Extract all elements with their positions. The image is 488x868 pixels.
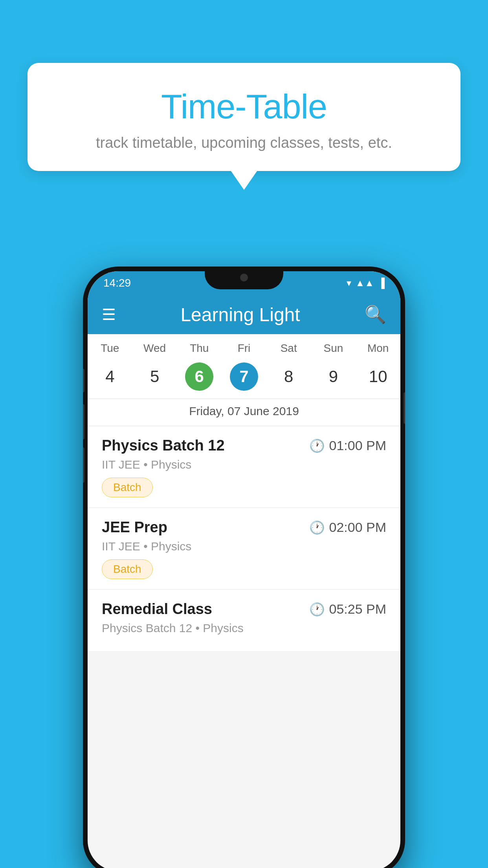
phone-notch <box>205 267 283 289</box>
search-icon[interactable]: 🔍 <box>365 304 386 325</box>
status-time: 14:29 <box>103 277 131 289</box>
class-meta: Physics Batch 12 • Physics <box>102 622 386 635</box>
day-label: Mon <box>356 342 400 355</box>
class-name: JEE Prep <box>102 519 167 536</box>
phone-screen: 14:29 ▾ ▲▲ ▐ ☰ Learning Light 🔍 TueWedTh… <box>88 271 400 868</box>
silent-button <box>83 447 84 483</box>
batch-tag: Batch <box>102 478 153 497</box>
volume-up-button <box>83 369 84 392</box>
day-label: Wed <box>132 342 177 355</box>
day-label: Sun <box>311 342 356 355</box>
power-button <box>404 392 405 424</box>
class-meta: IIT JEE • Physics <box>102 458 386 471</box>
signal-icon: ▲▲ <box>355 278 374 289</box>
bubble-title: Time-Table <box>43 86 445 127</box>
bubble-subtitle: track timetable, upcoming classes, tests… <box>43 134 445 151</box>
batch-tag: Batch <box>102 559 153 579</box>
volume-down-button <box>83 404 84 440</box>
day-number[interactable]: 10 <box>356 362 400 391</box>
wifi-icon: ▾ <box>347 278 351 289</box>
class-item[interactable]: Remedial Class🕐 05:25 PMPhysics Batch 12… <box>88 590 400 652</box>
class-item-header: Physics Batch 12🕐 01:00 PM <box>102 437 386 454</box>
class-meta: IIT JEE • Physics <box>102 540 386 553</box>
hamburger-menu-icon[interactable]: ☰ <box>102 307 116 322</box>
class-item[interactable]: JEE Prep🕐 02:00 PMIIT JEE • PhysicsBatch <box>88 508 400 590</box>
class-time: 🕐 05:25 PM <box>309 601 386 617</box>
day-label: Thu <box>177 342 222 355</box>
class-item[interactable]: Physics Batch 12🕐 01:00 PMIIT JEE • Phys… <box>88 426 400 508</box>
day-label: Fri <box>222 342 266 355</box>
day-number[interactable]: 6 <box>185 362 213 391</box>
status-icons: ▾ ▲▲ ▐ <box>347 278 385 289</box>
selected-date-label: Friday, 07 June 2019 <box>88 399 400 426</box>
clock-icon: 🕐 <box>309 602 325 617</box>
phone-frame: 14:29 ▾ ▲▲ ▐ ☰ Learning Light 🔍 TueWedTh… <box>83 267 405 868</box>
class-name: Remedial Class <box>102 601 212 618</box>
clock-icon: 🕐 <box>309 438 325 453</box>
day-number[interactable]: 7 <box>230 362 258 391</box>
speech-bubble: Time-Table track timetable, upcoming cla… <box>28 63 460 171</box>
class-time: 🕐 02:00 PM <box>309 520 386 535</box>
calendar-section: TueWedThuFriSatSunMon 45678910 Friday, 0… <box>88 334 400 426</box>
front-camera <box>240 274 248 281</box>
day-headers: TueWedThuFriSatSunMon <box>88 334 400 359</box>
clock-icon: 🕐 <box>309 520 325 535</box>
day-number[interactable]: 9 <box>311 362 356 391</box>
class-item-header: Remedial Class🕐 05:25 PM <box>102 601 386 618</box>
class-list: Physics Batch 12🕐 01:00 PMIIT JEE • Phys… <box>88 426 400 652</box>
class-item-header: JEE Prep🕐 02:00 PM <box>102 519 386 536</box>
app-title: Learning Light <box>128 304 353 326</box>
day-label: Tue <box>88 342 132 355</box>
day-numbers: 45678910 <box>88 359 400 399</box>
day-number[interactable]: 5 <box>132 362 177 391</box>
day-number[interactable]: 8 <box>266 362 311 391</box>
day-label: Sat <box>266 342 311 355</box>
class-time: 🕐 01:00 PM <box>309 438 386 453</box>
battery-icon: ▐ <box>378 278 385 289</box>
day-number[interactable]: 4 <box>88 362 132 391</box>
class-name: Physics Batch 12 <box>102 437 225 454</box>
app-bar: ☰ Learning Light 🔍 <box>88 295 400 334</box>
